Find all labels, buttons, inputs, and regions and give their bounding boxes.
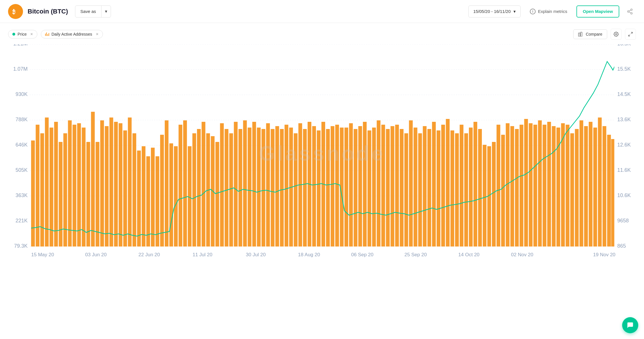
expand-button[interactable] xyxy=(625,29,636,40)
svg-rect-121 xyxy=(358,126,362,246)
svg-rect-115 xyxy=(331,126,334,246)
svg-rect-157 xyxy=(524,119,528,246)
compare-label: Compare xyxy=(586,32,602,36)
svg-rect-100 xyxy=(262,129,265,246)
svg-rect-160 xyxy=(538,120,542,246)
svg-rect-125 xyxy=(377,120,380,246)
share-button[interactable] xyxy=(624,5,636,18)
svg-rect-131 xyxy=(405,133,408,246)
svg-text:14 Oct 20: 14 Oct 20 xyxy=(458,252,480,257)
svg-rect-162 xyxy=(547,122,551,246)
bitcoin-icon: ₿ xyxy=(11,7,20,16)
svg-rect-65 xyxy=(100,120,104,246)
svg-rect-81 xyxy=(174,146,178,246)
svg-rect-7 xyxy=(581,32,582,36)
price-dot xyxy=(12,33,15,36)
svg-rect-51 xyxy=(36,125,39,246)
svg-rect-174 xyxy=(603,126,606,246)
svg-rect-53 xyxy=(45,118,49,246)
svg-rect-142 xyxy=(455,133,459,246)
svg-rect-118 xyxy=(344,128,348,246)
date-range-button[interactable]: 15/05/20 - 16/11/20 ▾ xyxy=(468,5,521,18)
compare-icon xyxy=(578,32,583,36)
daa-bar-icon xyxy=(45,32,49,36)
svg-rect-87 xyxy=(202,122,205,246)
daa-tag[interactable]: Daily Active Addresses ✕ xyxy=(41,30,103,38)
daa-remove-icon[interactable]: ✕ xyxy=(96,32,99,36)
svg-rect-70 xyxy=(123,130,127,246)
svg-text:30 Jul 20: 30 Jul 20 xyxy=(246,252,266,257)
svg-rect-172 xyxy=(593,128,597,246)
svg-rect-148 xyxy=(483,145,486,246)
svg-rect-64 xyxy=(96,142,99,246)
svg-rect-167 xyxy=(570,133,574,246)
svg-rect-80 xyxy=(169,143,173,246)
svg-text:79.3K: 79.3K xyxy=(14,243,28,249)
svg-rect-116 xyxy=(335,125,339,246)
svg-rect-6 xyxy=(578,33,580,36)
svg-rect-156 xyxy=(520,125,523,246)
svg-text:10.6K: 10.6K xyxy=(617,192,631,198)
svg-rect-50 xyxy=(31,140,35,246)
svg-line-4 xyxy=(629,12,631,13)
svg-rect-72 xyxy=(133,133,136,246)
price-remove-icon[interactable]: ✕ xyxy=(30,32,33,36)
svg-rect-159 xyxy=(533,125,537,246)
svg-rect-63 xyxy=(91,112,95,246)
svg-rect-102 xyxy=(271,129,275,246)
svg-rect-147 xyxy=(478,129,482,246)
svg-rect-58 xyxy=(68,120,72,246)
svg-rect-127 xyxy=(386,129,390,246)
svg-rect-143 xyxy=(460,125,463,246)
svg-rect-98 xyxy=(252,122,256,246)
svg-rect-176 xyxy=(611,139,615,246)
asset-title: Bitcoin (BTC) xyxy=(28,8,68,15)
svg-rect-93 xyxy=(229,133,233,246)
svg-text:13.6K: 13.6K xyxy=(617,117,631,122)
svg-rect-101 xyxy=(266,123,270,246)
price-tag[interactable]: Price ✕ xyxy=(8,30,37,38)
svg-rect-134 xyxy=(418,133,422,246)
svg-rect-52 xyxy=(40,133,44,246)
svg-rect-107 xyxy=(294,133,298,246)
explain-metrics-button[interactable]: i Explain metrics xyxy=(525,5,572,18)
svg-text:15 May 20: 15 May 20 xyxy=(31,252,54,257)
svg-rect-164 xyxy=(556,128,560,246)
svg-text:22 Jun 20: 22 Jun 20 xyxy=(139,252,160,257)
svg-rect-83 xyxy=(183,120,187,246)
svg-rect-55 xyxy=(54,122,58,246)
save-as-button[interactable]: Save as ▾ xyxy=(75,5,111,18)
svg-rect-132 xyxy=(409,120,413,246)
svg-rect-171 xyxy=(589,122,593,246)
app-header: ₿ Bitcoin (BTC) Save as ▾ 15/05/20 - 16/… xyxy=(0,0,644,23)
svg-rect-124 xyxy=(372,128,376,246)
svg-rect-151 xyxy=(497,125,500,246)
svg-text:₿: ₿ xyxy=(12,8,15,15)
chevron-down-icon: ▾ xyxy=(101,6,111,17)
compare-button[interactable]: Compare xyxy=(573,29,607,39)
svg-rect-99 xyxy=(257,128,261,246)
svg-text:930K: 930K xyxy=(16,91,28,97)
svg-text:1.21M: 1.21M xyxy=(13,44,28,47)
settings-button[interactable] xyxy=(611,29,622,40)
svg-rect-68 xyxy=(114,122,118,246)
svg-rect-59 xyxy=(72,125,76,246)
svg-rect-129 xyxy=(395,125,399,246)
svg-rect-84 xyxy=(188,146,191,246)
svg-rect-66 xyxy=(105,126,109,246)
svg-rect-109 xyxy=(303,129,307,246)
svg-text:18 Aug 20: 18 Aug 20 xyxy=(298,252,320,257)
svg-rect-140 xyxy=(446,119,450,246)
svg-rect-144 xyxy=(464,133,468,246)
svg-text:02 Nov 20: 02 Nov 20 xyxy=(511,252,533,257)
svg-text:11.6K: 11.6K xyxy=(617,167,631,173)
svg-rect-137 xyxy=(432,122,436,246)
svg-text:06 Sep 20: 06 Sep 20 xyxy=(351,252,373,257)
svg-text:1.07M: 1.07M xyxy=(13,66,28,72)
svg-rect-169 xyxy=(580,120,583,246)
daa-label: Daily Active Addresses xyxy=(51,32,92,36)
open-mapview-button[interactable]: Open Mapview xyxy=(576,5,619,18)
svg-rect-133 xyxy=(414,128,417,246)
svg-rect-78 xyxy=(160,135,164,246)
svg-rect-79 xyxy=(165,120,168,246)
